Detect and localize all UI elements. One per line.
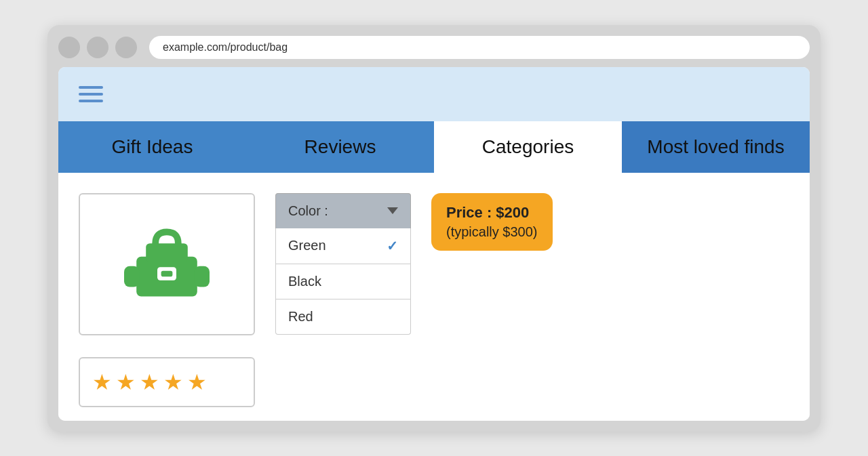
bag-svg (119, 217, 214, 312)
star-3: ★ (140, 369, 159, 395)
hamburger-line-3 (79, 100, 103, 102)
color-dropdown-header[interactable]: Color : (275, 193, 411, 228)
hamburger-menu-button[interactable] (79, 86, 103, 102)
color-dropdown[interactable]: Color : Green ✓ Black Red (275, 193, 411, 335)
nav-item-reviews[interactable]: Reviews (246, 121, 434, 173)
price-main: Price : $200 (446, 204, 538, 222)
product-image (79, 193, 255, 335)
chevron-down-icon (387, 207, 398, 214)
star-1: ★ (92, 369, 112, 395)
svg-rect-3 (161, 270, 173, 276)
browser-window: Gift Ideas Reviews Categories Most loved… (47, 25, 821, 432)
check-icon: ✓ (387, 238, 398, 254)
svg-rect-1 (146, 243, 188, 262)
hamburger-line-1 (79, 86, 103, 89)
color-black-label: Black (288, 274, 321, 289)
star-5: ★ (187, 369, 207, 395)
dot-yellow (87, 37, 108, 58)
color-option-red[interactable]: Red (275, 299, 411, 335)
svg-rect-5 (195, 266, 210, 287)
address-bar[interactable] (149, 36, 810, 59)
color-red-label: Red (288, 309, 313, 325)
color-label: Color : (288, 203, 328, 219)
browser-content: Gift Ideas Reviews Categories Most loved… (58, 67, 810, 421)
nav-item-categories[interactable]: Categories (434, 121, 622, 173)
product-section: ★ ★ ★ ★ ★ Color : Green ✓ (58, 173, 810, 421)
price-badge: Price : $200 (typically $300) (431, 193, 553, 251)
color-green-label: Green (288, 238, 326, 253)
star-4: ★ (163, 369, 183, 395)
price-typical: (typically $300) (446, 224, 538, 240)
browser-dots (58, 37, 137, 58)
dot-red (58, 37, 80, 58)
nav-item-most-loved[interactable]: Most loved finds (622, 121, 810, 173)
hamburger-line-2 (79, 93, 103, 96)
site-header (58, 67, 810, 121)
controls-row: Color : Green ✓ Black Red Price : (275, 193, 553, 335)
stars-container: ★ ★ ★ ★ ★ (79, 357, 255, 407)
nav-item-gift-ideas[interactable]: Gift Ideas (58, 121, 246, 173)
star-2: ★ (116, 369, 136, 395)
nav-bar: Gift Ideas Reviews Categories Most loved… (58, 121, 810, 173)
svg-rect-4 (124, 266, 139, 287)
browser-chrome (58, 36, 810, 67)
dot-green (115, 37, 137, 58)
color-option-black[interactable]: Black (275, 264, 411, 299)
color-option-green[interactable]: Green ✓ (275, 228, 411, 264)
